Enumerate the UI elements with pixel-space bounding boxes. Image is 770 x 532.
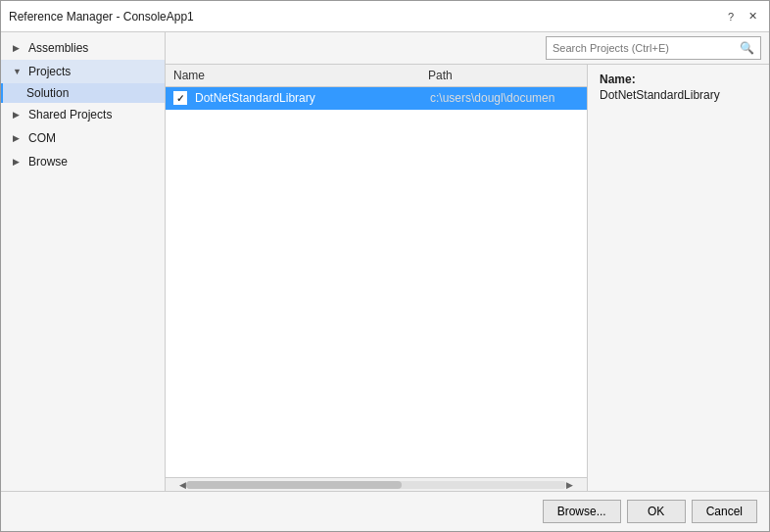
sidebar-item-projects[interactable]: ▼ Projects: [1, 60, 165, 83]
sidebar-item-assemblies[interactable]: ▶ Assemblies: [1, 36, 165, 60]
cancel-button[interactable]: Cancel: [692, 500, 757, 523]
main-toolbar: 🔍: [166, 32, 769, 65]
shared-projects-arrow-icon: ▶: [13, 110, 24, 120]
search-box[interactable]: 🔍: [546, 36, 761, 60]
table-row[interactable]: ✓ DotNetStandardLibrary c:\users\dougl\d…: [166, 87, 587, 110]
assemblies-arrow-icon: ▶: [13, 43, 24, 53]
title-bar: Reference Manager - ConsoleApp1 ? ✕: [1, 1, 769, 32]
list-header: Name Path: [166, 65, 587, 87]
sidebar-item-shared-projects[interactable]: ▶ Shared Projects: [1, 103, 165, 126]
sidebar-item-solution[interactable]: Solution: [1, 83, 165, 103]
list-body: ✓ DotNetStandardLibrary c:\users\dougl\d…: [166, 87, 587, 477]
row-path: c:\users\dougl\documen: [430, 91, 579, 105]
sidebar-item-projects-label: Projects: [28, 65, 71, 78]
scrollbar-track[interactable]: [186, 481, 566, 489]
search-icon: 🔍: [740, 41, 754, 55]
sidebar-item-shared-projects-label: Shared Projects: [28, 108, 112, 121]
ok-button[interactable]: OK: [627, 500, 686, 523]
scroll-right-icon[interactable]: ▶: [566, 480, 573, 490]
horizontal-scrollbar[interactable]: ◀ ▶: [166, 477, 587, 491]
detail-panel: Name: DotNetStandardLibrary: [588, 65, 769, 491]
content-area: ▶ Assemblies ▼ Projects Solution ▶ Share…: [1, 32, 769, 491]
row-name: DotNetStandardLibrary: [195, 91, 430, 105]
sidebar-item-com[interactable]: ▶ COM: [1, 126, 165, 150]
reference-manager-dialog: Reference Manager - ConsoleApp1 ? ✕ ▶ As…: [0, 0, 770, 532]
row-checkbox[interactable]: ✓: [173, 91, 187, 105]
sidebar-item-com-label: COM: [28, 131, 56, 145]
sidebar: ▶ Assemblies ▼ Projects Solution ▶ Share…: [1, 32, 166, 491]
sidebar-item-browse[interactable]: ▶ Browse: [1, 150, 165, 173]
scroll-left-icon[interactable]: ◀: [179, 480, 186, 490]
browse-arrow-icon: ▶: [13, 157, 24, 167]
detail-name-value: DotNetStandardLibrary: [600, 88, 757, 102]
detail-name-label: Name:: [600, 73, 757, 86]
scrollbar-thumb[interactable]: [186, 481, 402, 489]
main-area: 🔍 Name Path ✓: [166, 32, 769, 491]
title-bar-controls: ? ✕: [722, 8, 761, 25]
footer: Browse... OK Cancel: [1, 491, 769, 531]
sidebar-item-solution-label: Solution: [26, 86, 69, 100]
help-button[interactable]: ?: [722, 8, 740, 25]
com-arrow-icon: ▶: [13, 133, 24, 143]
column-name-header: Name: [173, 69, 428, 82]
browse-button[interactable]: Browse...: [543, 500, 621, 523]
title-bar-left: Reference Manager - ConsoleApp1: [9, 10, 194, 24]
search-input[interactable]: [553, 42, 740, 54]
projects-arrow-icon: ▼: [13, 67, 24, 76]
column-path-header: Path: [428, 69, 579, 82]
sidebar-item-browse-label: Browse: [28, 155, 68, 169]
check-mark-icon: ✓: [176, 93, 184, 104]
project-list: Name Path ✓ DotNetStandardLibrary c:\use…: [166, 65, 588, 491]
sidebar-item-assemblies-label: Assemblies: [28, 41, 88, 55]
close-button[interactable]: ✕: [744, 8, 761, 25]
dialog-title: Reference Manager - ConsoleApp1: [9, 10, 194, 24]
main-content: Name Path ✓ DotNetStandardLibrary c:\use…: [166, 65, 769, 491]
